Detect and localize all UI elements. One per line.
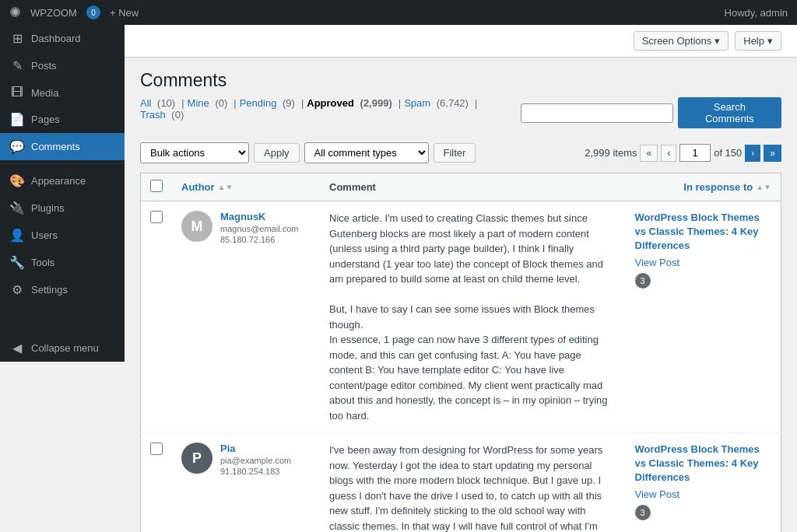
admin-top-bar: Screen Options ▾ Help ▾ [125,25,797,58]
sidebar-item-tools[interactable]: 🔧 Tools [0,249,125,276]
filter-button[interactable]: Filter [434,143,476,163]
author-cell: P Pia pia@example.com 91.180.254.183 [172,433,320,533]
sidebar-item-media[interactable]: 🎞 Media [0,79,125,106]
author-ip: 85.180.72.166 [220,235,298,244]
top-admin-bar: ✺ WPZOOM 0 + New Howdy, admin [0,0,797,25]
comment-text: Nice article. I'm used to creating Class… [329,211,616,423]
sidebar-item-label: Settings [31,284,68,296]
author-email: pia@example.com [220,456,291,465]
author-col-header[interactable]: Author ▲▼ [172,173,320,201]
sidebar-item-settings[interactable]: ⚙ Settings [0,276,125,303]
screen-options-button[interactable]: Screen Options ▾ [634,31,729,51]
sidebar-item-posts[interactable]: ✎ Posts [0,52,125,79]
filter-all[interactable]: All (10) [140,97,178,109]
view-post-link[interactable]: View Post [635,257,680,268]
comment-type-select[interactable]: All comment types [304,142,429,163]
filters-row: Bulk actions Apply All comment types Fil… [140,142,781,163]
avatar: M [181,211,212,242]
pagination-controls: 2,999 items « ‹ of 150 › » [585,144,781,162]
author-cell: M MagnusK magnus@email.com 85.180.72.166 [172,201,320,433]
response-sort-icon: ▲▼ [756,183,771,191]
comment-count-link[interactable]: 0 [86,5,100,19]
response-cell: WordPress Block Themes vs Classic Themes… [626,201,781,433]
pages-icon: 📄 [9,112,25,127]
table-row: P Pia pia@example.com 91.180.254.183 I'v… [141,433,781,533]
screen-options-arrow-icon: ▾ [714,35,720,47]
select-all-col [141,173,173,201]
dashboard-icon: ⊞ [9,31,25,46]
comment-text-cell: Nice article. I'm used to creating Class… [320,201,626,433]
search-comments-button[interactable]: Search Comments [678,97,781,128]
media-icon: 🎞 [9,86,25,100]
bulk-actions-select[interactable]: Bulk actions [140,142,249,163]
filter-trash[interactable]: Trash (0) [140,109,187,121]
prev-page-button[interactable]: ‹ [661,145,676,162]
response-title-link[interactable]: WordPress Block Themes vs Classic Themes… [635,211,772,254]
author-ip: 91.180.254.183 [220,467,291,476]
comment-bubble: 0 [86,5,100,19]
tools-icon: 🔧 [9,255,25,270]
comment-text-cell: I've been away from designing for WordPr… [320,433,626,533]
sidebar-item-label: Comments [31,141,80,152]
response-cell: WordPress Block Themes vs Classic Themes… [626,433,781,533]
row-checkbox[interactable] [150,443,163,455]
plugins-icon: 🔌 [9,201,25,215]
page-total: of 150 [714,147,742,159]
sidebar-item-pages[interactable]: 📄 Pages [0,106,125,133]
select-all-checkbox[interactable] [150,180,163,192]
site-name[interactable]: WPZOOM [30,7,77,19]
row-checkbox[interactable] [150,211,163,223]
avatar: P [181,443,212,474]
users-icon: 👤 [9,228,25,243]
sidebar-item-label: Users [31,229,58,241]
wp-logo[interactable]: ✺ [9,4,21,21]
filter-spam[interactable]: Spam (6,742) [404,97,472,109]
response-col-header[interactable]: In response to ▲▼ [626,173,781,201]
view-post-link[interactable]: View Post [635,488,680,500]
comment-col-header: Comment [320,173,626,201]
author-name-link[interactable]: Pia [220,443,291,454]
next-page-button[interactable]: › [745,145,760,162]
page-number-input[interactable] [679,144,711,162]
appearance-icon: 🎨 [9,173,25,188]
page-title: Comments [140,70,781,91]
apply-button[interactable]: Apply [254,143,300,163]
response-title-link[interactable]: WordPress Block Themes vs Classic Themes… [635,443,772,485]
sidebar-item-label: Appearance [31,175,86,187]
sidebar-item-label: Media [31,87,58,99]
comments-icon: 💬 [9,139,25,154]
sidebar-item-plugins[interactable]: 🔌 Plugins [0,194,125,222]
sidebar-item-label: Dashboard [31,33,81,44]
table-header-row: Author ▲▼ Comment In response to ▲▼ [141,173,781,201]
response-badge: 3 [635,505,651,520]
last-page-button[interactable]: » [764,145,781,162]
help-arrow-icon: ▾ [767,35,773,47]
search-row: Search Comments [521,97,781,128]
author-name-link[interactable]: MagnusK [220,211,298,222]
filter-approved[interactable]: Approved (2,999) [307,97,395,109]
sidebar-item-appearance[interactable]: 🎨 Appearance [0,167,125,194]
collapse-menu-button[interactable]: ◀ Collapse menu [0,334,125,362]
sidebar-item-users[interactable]: 👤 Users [0,222,125,249]
comment-text: I've been away from designing for WordPr… [329,443,616,532]
sidebar: ⊞ Dashboard ✎ Posts 🎞 Media 📄 Pages 💬 Co… [0,25,125,362]
settings-icon: ⚙ [9,282,25,297]
author-sort-icon: ▲▼ [218,183,233,191]
filter-mine[interactable]: Mine (0) [188,97,231,109]
sidebar-item-label: Pages [31,114,60,125]
sidebar-item-dashboard[interactable]: ⊞ Dashboard [0,25,125,52]
search-input[interactable] [521,103,673,123]
comments-table: Author ▲▼ Comment In response to ▲▼ [140,173,781,532]
filter-pending[interactable]: Pending (9) [240,97,298,109]
first-page-button[interactable]: « [640,145,658,162]
sidebar-item-label: Plugins [31,202,65,214]
sidebar-separator [0,163,125,164]
response-badge: 3 [635,273,651,289]
author-email: magnus@email.com [220,224,298,233]
sidebar-item-label: Tools [31,257,54,268]
comment-filter-nav: All (10) | Mine (0) | Pending (9) | Appr… [140,97,521,121]
help-button[interactable]: Help ▾ [735,31,781,51]
sidebar-item-comments[interactable]: 💬 Comments [0,133,125,160]
collapse-icon: ◀ [9,341,25,355]
new-content-link[interactable]: + New [110,7,139,19]
